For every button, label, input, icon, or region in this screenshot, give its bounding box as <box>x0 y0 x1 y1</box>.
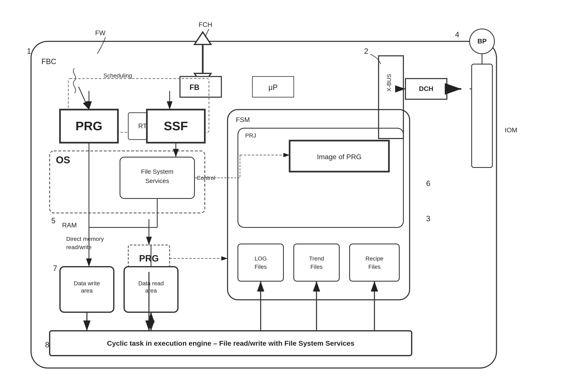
diagram: 1 FBC FW FCH FB μP X-BUS 2 6 DCH 4 BP IO… <box>0 0 572 392</box>
label-recipe-line1: Recipe <box>365 255 383 262</box>
label-prj: PRJ <box>245 132 256 139</box>
label-recipe-line2: Files <box>368 264 381 270</box>
label-fw: FW <box>95 29 106 37</box>
label-data-read-line2: area <box>145 287 157 294</box>
label-8: 8 <box>45 341 49 349</box>
label-fch: FCH <box>199 21 212 28</box>
label-data-write-line1: Data write <box>74 280 100 286</box>
svg-rect-16 <box>472 64 492 167</box>
label-iom: IOM <box>505 126 517 134</box>
label-fss-line1: File System <box>141 168 174 175</box>
label-ssf: SSF <box>164 119 188 133</box>
label-fb: FB <box>190 83 199 91</box>
svg-rect-36 <box>294 244 339 281</box>
label-fsm: FSM <box>236 116 250 123</box>
label-4: 4 <box>455 30 459 39</box>
svg-marker-7 <box>194 32 211 45</box>
label-log-line2: Files <box>254 264 267 270</box>
label-log-line1: LOG <box>254 255 267 262</box>
label-fbc: FBC <box>41 57 56 66</box>
label-data-write-line2: area <box>81 287 93 294</box>
label-data-read-line1: Data read <box>138 280 164 286</box>
label-6: 6 <box>426 179 430 188</box>
label-prg-dashed: PRG <box>139 253 159 263</box>
svg-rect-9 <box>180 76 221 97</box>
label-up: μP <box>269 83 278 91</box>
label-bp: BP <box>477 37 487 45</box>
label-xbus: X-BUS <box>386 74 392 91</box>
label-prg: PRG <box>76 119 102 133</box>
label-5: 5 <box>51 216 55 225</box>
svg-line-56 <box>79 87 89 110</box>
svg-rect-35 <box>238 244 283 281</box>
label-1: 1 <box>27 47 31 55</box>
label-ram: RAM <box>62 221 77 229</box>
label-os: OS <box>56 154 70 166</box>
svg-rect-11 <box>379 56 403 138</box>
svg-rect-37 <box>350 244 399 281</box>
label-trend-line1: Trend <box>309 255 324 262</box>
label-scheduling: Scheduling <box>103 72 132 79</box>
label-3: 3 <box>426 214 430 223</box>
label-trend-line2: Files <box>310 264 322 270</box>
label-read-write: read/write <box>66 244 92 250</box>
label-7: 7 <box>53 264 57 272</box>
label-image-of-prg: Image of PRG <box>317 153 361 161</box>
label-cyclic-task: Cyclic task in execution engine – File r… <box>107 339 354 347</box>
label-dch: DCH <box>419 85 433 92</box>
label-fss-line2: Services <box>145 177 169 184</box>
label-direct-memory: Direct memory <box>66 236 104 242</box>
label-2: 2 <box>364 47 368 55</box>
